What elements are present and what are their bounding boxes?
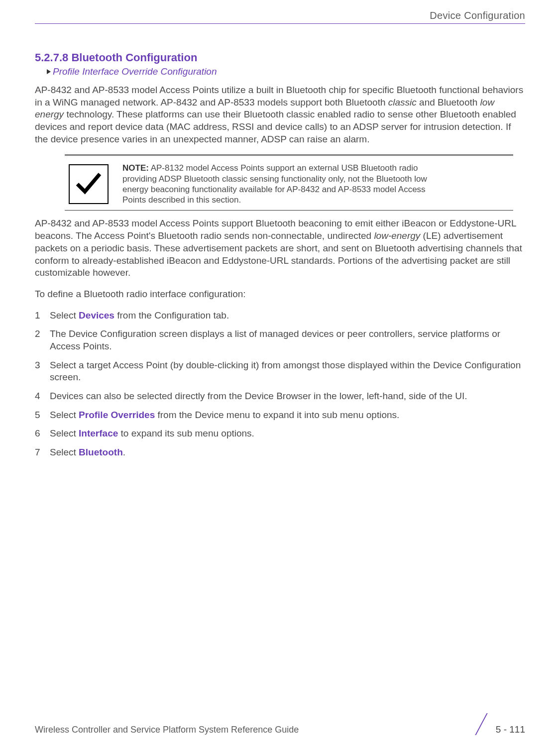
paragraph-3: To define a Bluetooth radio interface co… — [35, 288, 525, 301]
page-slash-icon — [472, 713, 490, 735]
step-4: Devices can also be selected directly fr… — [35, 390, 525, 403]
note-top-rule — [65, 154, 513, 158]
section-heading: 5.2.7.8 Bluetooth Configuration — [35, 51, 525, 64]
page-footer: Wireless Controller and Service Platform… — [35, 713, 525, 735]
section-number: 5.2.7.8 — [35, 51, 68, 64]
header-rule — [35, 23, 525, 24]
breadcrumb: Profile Interface Override Configuration — [47, 66, 525, 77]
step-6: Select Interface to expand its sub menu … — [35, 428, 525, 440]
page-number: 5 - 111 — [496, 724, 525, 735]
note-text: NOTE: AP-8132 model Access Points suppor… — [122, 163, 441, 205]
step-2: The Device Configuration screen displays… — [35, 328, 525, 352]
paragraph-1: AP-8432 and AP-8533 model Access Points … — [35, 84, 525, 145]
section-title: Bluetooth Configuration — [71, 51, 197, 64]
paragraph-2: AP-8432 and AP-8533 model Access Points … — [35, 217, 525, 279]
step-5: Select Profile Overrides from the Device… — [35, 409, 525, 422]
checkmark-icon — [69, 164, 109, 204]
steps-list: Select Devices from the Configuration ta… — [35, 310, 525, 465]
breadcrumb-arrow-icon — [47, 69, 51, 74]
footer-doc-title: Wireless Controller and Service Platform… — [35, 725, 299, 735]
step-1: Select Devices from the Configuration ta… — [35, 310, 525, 322]
breadcrumb-text: Profile Interface Override Configuration — [53, 66, 217, 77]
note-bottom-rule — [65, 210, 513, 211]
note-block: NOTE: AP-8132 model Access Points suppor… — [65, 154, 513, 211]
running-header: Device Configuration — [35, 10, 525, 23]
step-3: Select a target Access Point (by double-… — [35, 359, 525, 384]
step-7: Select Bluetooth. — [35, 446, 525, 459]
